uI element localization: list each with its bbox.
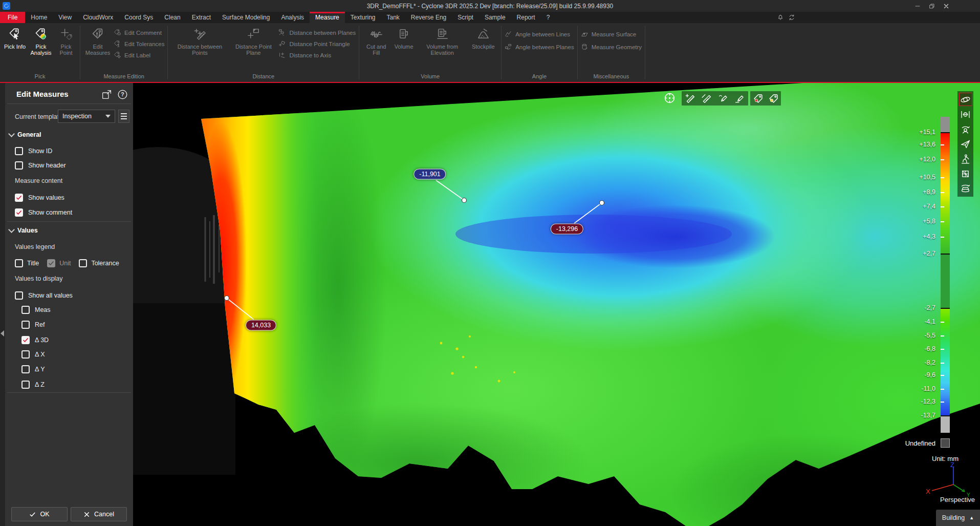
ribbon-group-measure-edition: Edit Measures Edit Comment Edit Toleranc… bbox=[80, 23, 167, 82]
pick-info-button[interactable]: Pick Info bbox=[3, 24, 27, 50]
viewport-3d[interactable]: -11,901 -13,296 14,033 bbox=[133, 83, 980, 526]
show-header-label: Show header bbox=[28, 162, 66, 169]
ribbon-group-angle-label: Angle bbox=[502, 73, 577, 82]
app-icon bbox=[3, 2, 10, 10]
delta-z-checkbox[interactable] bbox=[21, 381, 30, 389]
ribbon-group-measure-edition-label: Measure Edition bbox=[80, 73, 167, 82]
measurement-label[interactable]: 14,033 bbox=[246, 320, 276, 331]
menu-script[interactable]: Script bbox=[452, 12, 479, 23]
add-measure-icon[interactable] bbox=[685, 93, 695, 104]
angle-between-lines-item[interactable]: Angle between Lines bbox=[505, 30, 574, 38]
colorbar-tick-label: -9,6 bbox=[875, 371, 935, 380]
ribbon-group-volume-label: Volume bbox=[359, 73, 501, 82]
delta-y-label: Δ Y bbox=[35, 366, 45, 373]
show-id-checkbox[interactable] bbox=[15, 147, 23, 155]
menu-surface-modeling[interactable]: Surface Modeling bbox=[216, 12, 275, 23]
menu-clean[interactable]: Clean bbox=[159, 12, 186, 23]
help-icon[interactable]: ? bbox=[117, 89, 128, 101]
menu-report[interactable]: Report bbox=[511, 12, 541, 23]
distance-between-planes-item[interactable]: Distance between Planes bbox=[278, 29, 356, 36]
scene-render[interactable] bbox=[133, 83, 980, 526]
legend-tolerance-checkbox[interactable] bbox=[79, 259, 87, 267]
cancel-button[interactable]: Cancel bbox=[71, 507, 127, 521]
distance-between-points-button[interactable]: Distance between Points bbox=[171, 24, 228, 56]
pick-analysis-button[interactable]: Pick Analysis bbox=[28, 24, 54, 56]
distance-to-axis-item[interactable]: Distance to Axis bbox=[278, 51, 356, 59]
legend-title-checkbox[interactable] bbox=[15, 259, 23, 267]
values-legend-label: Values legend bbox=[15, 243, 55, 250]
delta-x-checkbox[interactable] bbox=[21, 350, 30, 359]
undefined-label: Undefined bbox=[875, 439, 935, 447]
orbit-tool-icon[interactable] bbox=[959, 93, 972, 106]
distance-point-triangle-item[interactable]: Distance Point Triangle bbox=[278, 40, 356, 48]
sync-icon[interactable] bbox=[788, 14, 795, 21]
ribbon-separator bbox=[645, 26, 645, 79]
color-scale-limit-line bbox=[941, 308, 950, 309]
ribbon-group-angle: Angle between Lines Angle between Planes… bbox=[502, 23, 577, 82]
menu-help[interactable]: ? bbox=[541, 12, 556, 23]
measurement-label[interactable]: -11,901 bbox=[413, 169, 446, 180]
menu-analysis[interactable]: Analysis bbox=[275, 12, 310, 23]
measure-distance-icon[interactable] bbox=[701, 93, 712, 104]
building-layer-button[interactable]: Building ▲ bbox=[936, 510, 980, 526]
show-comment-checkbox[interactable] bbox=[15, 208, 23, 217]
cut-and-fill-button[interactable]: Cut and Fill bbox=[362, 24, 390, 56]
menu-file[interactable]: File bbox=[0, 12, 25, 23]
menu-view[interactable]: View bbox=[53, 12, 77, 23]
compass-icon[interactable] bbox=[663, 92, 676, 104]
edit-tolerances-item[interactable]: Edit Tolerances bbox=[114, 40, 164, 48]
restore-button[interactable] bbox=[925, 0, 939, 12]
delta-3d-checkbox[interactable] bbox=[21, 336, 30, 344]
measure-surface-item[interactable]: Measure Surface bbox=[581, 30, 642, 38]
axis-z-label: Z bbox=[950, 462, 954, 469]
colorbar-tick-label: +12,0 bbox=[875, 156, 935, 164]
popout-panel-icon[interactable] bbox=[101, 89, 112, 101]
edit-measures-panel: Edit Measures ? Current template Inspect… bbox=[5, 83, 133, 526]
panel-title: Edit Measures bbox=[16, 90, 69, 98]
edit-comment-item[interactable]: Edit Comment bbox=[114, 29, 164, 36]
color-scale-limit-line bbox=[941, 254, 950, 255]
annotate-icon[interactable] bbox=[718, 93, 729, 104]
show-values-label: Show values bbox=[28, 194, 64, 201]
pick-analysis-overlay-icon[interactable] bbox=[768, 93, 779, 104]
volume-from-elevation-button[interactable]: Volume from Elevation bbox=[418, 24, 467, 56]
show-all-values-checkbox[interactable] bbox=[15, 291, 23, 300]
menu-measure[interactable]: Measure bbox=[310, 12, 345, 23]
color-scale: +15,1 +13,6 +12,0 +10,5 +8,9 +7,4 +5,8 +… bbox=[875, 114, 962, 475]
menu-home[interactable]: Home bbox=[25, 12, 53, 23]
show-header-checkbox[interactable] bbox=[15, 161, 23, 170]
draw-icon[interactable] bbox=[734, 93, 745, 104]
template-select[interactable]: Inspection bbox=[58, 110, 115, 123]
color-scale-positive-gradient bbox=[941, 133, 950, 254]
meas-checkbox[interactable] bbox=[21, 306, 30, 314]
edit-measures-button[interactable]: Edit Measures bbox=[83, 24, 112, 56]
section-general[interactable]: General bbox=[9, 131, 41, 138]
delta-y-checkbox[interactable] bbox=[21, 365, 30, 373]
section-values[interactable]: Values bbox=[9, 227, 38, 234]
close-button[interactable] bbox=[939, 0, 953, 12]
show-values-checkbox[interactable] bbox=[15, 194, 23, 202]
menu-coord-sys[interactable]: Coord Sys bbox=[119, 12, 159, 23]
menu-sample[interactable]: Sample bbox=[479, 12, 511, 23]
minimize-button[interactable] bbox=[910, 0, 925, 12]
angle-between-planes-item[interactable]: Angle between Planes bbox=[505, 43, 574, 51]
pick-info-overlay-icon[interactable] bbox=[753, 93, 764, 104]
menu-cloudworx[interactable]: CloudWorx bbox=[77, 12, 119, 23]
volume-button[interactable]: Volume bbox=[391, 24, 416, 50]
menu-tank[interactable]: Tank bbox=[381, 12, 405, 23]
template-menu-button[interactable] bbox=[118, 110, 129, 123]
menu-texturing[interactable]: Texturing bbox=[345, 12, 381, 23]
measurement-label[interactable]: -13,296 bbox=[551, 224, 583, 235]
notifications-bell-icon[interactable] bbox=[777, 14, 784, 21]
legend-title-label: Title bbox=[27, 260, 39, 267]
panel-collapse-handle[interactable] bbox=[1, 330, 4, 336]
ref-checkbox[interactable] bbox=[21, 321, 30, 329]
menu-extract[interactable]: Extract bbox=[186, 12, 216, 23]
pick-point-button[interactable]: Pick Point bbox=[55, 24, 77, 56]
distance-point-plane-button[interactable]: Distance Point Plane bbox=[230, 24, 277, 56]
ok-button[interactable]: OK bbox=[11, 507, 68, 521]
stockpile-button[interactable]: Stockpile bbox=[468, 24, 498, 50]
menu-reverse-eng[interactable]: Reverse Eng bbox=[405, 12, 452, 23]
measure-geometry-item[interactable]: Measure Geometry bbox=[581, 43, 642, 51]
edit-label-item[interactable]: Edit Label bbox=[114, 51, 164, 59]
